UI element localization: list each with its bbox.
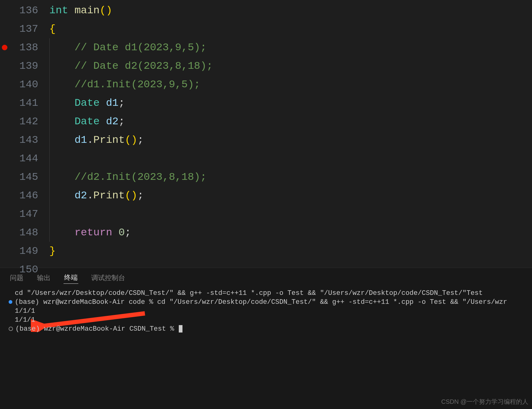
line-number: 143	[0, 131, 49, 149]
indent-guide	[49, 94, 50, 112]
line-number: 140	[0, 75, 49, 94]
line-number: 137	[0, 20, 49, 38]
code-line[interactable]: //d2.Init(2023,8,18);	[49, 168, 532, 186]
terminal-line: 1/1/1	[9, 307, 523, 316]
line-number: 148	[0, 223, 49, 242]
line-number-gutter: 1361371381391401411421431441451461471481…	[0, 0, 49, 268]
code-area[interactable]: int main(){ // Date d1(2023,9,5); // Dat…	[49, 0, 532, 268]
indent-guide	[49, 223, 50, 242]
code-line[interactable]: {	[49, 20, 532, 38]
indent-guide	[49, 149, 50, 168]
code-line[interactable]: Date d1;	[49, 94, 532, 112]
line-number: 144	[0, 149, 49, 168]
terminal-bullet-icon	[9, 327, 13, 331]
code-editor[interactable]: 1361371381391401411421431441451461471481…	[0, 0, 532, 268]
terminal-text: (base) wzr@wzrdeMacBook-Air CSDN_Test %	[15, 325, 178, 333]
line-number: 139	[0, 57, 49, 75]
indent-guide	[49, 57, 50, 75]
code-line[interactable]: Date d2;	[49, 112, 532, 131]
code-line[interactable]: // Date d1(2023,9,5);	[49, 38, 532, 57]
terminal-line: (base) wzr@wzrdeMacBook-Air code % cd "/…	[9, 298, 523, 307]
line-number: 149	[0, 242, 49, 260]
terminal-line: cd "/Users/wzr/Desktop/code/CSDN_Test/" …	[9, 289, 523, 298]
terminal-bullet-icon	[9, 300, 12, 304]
line-number: 146	[0, 186, 49, 205]
indent-guide	[49, 38, 50, 57]
terminal[interactable]: cd "/Users/wzr/Desktop/code/CSDN_Test/" …	[0, 287, 532, 409]
code-line[interactable]	[49, 260, 532, 279]
line-number: 147	[0, 205, 49, 223]
line-number: 141	[0, 94, 49, 112]
breakpoint-icon[interactable]	[2, 45, 7, 50]
code-line[interactable]: int main()	[49, 1, 532, 20]
terminal-text: (base) wzr@wzrdeMacBook-Air code % cd "/…	[15, 298, 507, 306]
terminal-text: 1/1/1	[15, 307, 35, 315]
line-number: 145	[0, 168, 49, 186]
indent-guide	[49, 112, 50, 131]
code-line[interactable]	[49, 149, 532, 168]
indent-guide	[49, 168, 50, 186]
code-line[interactable]: d1.Print();	[49, 131, 532, 149]
line-number: 142	[0, 112, 49, 131]
terminal-text: 1/1/1	[15, 316, 35, 324]
code-line[interactable]: }	[49, 242, 532, 260]
code-line[interactable]: //d1.Init(2023,9,5);	[49, 75, 532, 94]
line-number: 136	[0, 1, 49, 20]
code-line[interactable]: return 0;	[49, 223, 532, 242]
terminal-cursor	[179, 325, 182, 333]
terminal-line: 1/1/1	[9, 316, 523, 324]
indent-guide	[49, 131, 50, 149]
watermark: CSDN @一个努力学习编程的人	[441, 398, 528, 406]
code-line[interactable]: d2.Print();	[49, 186, 532, 205]
code-line[interactable]: // Date d2(2023,8,18);	[49, 57, 532, 75]
vscode-window: 1361371381391401411421431441451461471481…	[0, 0, 532, 409]
indent-guide	[49, 205, 50, 223]
code-line[interactable]	[49, 205, 532, 223]
indent-guide	[49, 186, 50, 205]
indent-guide	[49, 75, 50, 94]
line-number: 150	[0, 260, 49, 279]
terminal-text: cd "/Users/wzr/Desktop/code/CSDN_Test/" …	[15, 289, 483, 297]
line-number: 138	[0, 38, 49, 57]
terminal-line: (base) wzr@wzrdeMacBook-Air CSDN_Test %	[9, 324, 523, 333]
bottom-panel: 问题 输出 终端 调试控制台 cd "/Users/wzr/Desktop/co…	[0, 268, 532, 409]
